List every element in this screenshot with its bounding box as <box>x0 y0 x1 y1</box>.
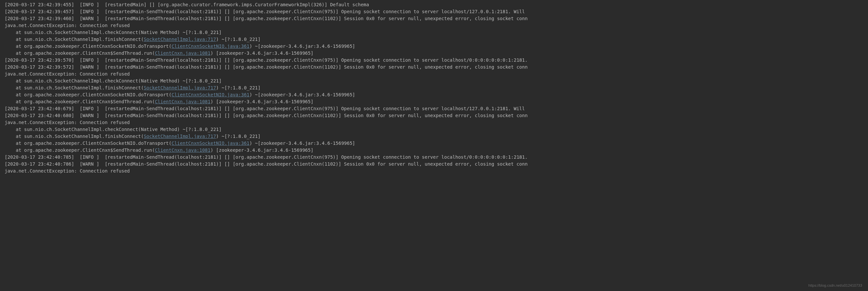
log-text: [2020-03-17 23:42:39:460] [WARN ] [resta… <box>5 16 528 21</box>
log-text: java.net.ConnectException: Connection re… <box>5 120 130 125</box>
source-link[interactable]: ClientCnxn.java:1081 <box>155 148 211 153</box>
log-text: at sun.nio.ch.SocketChannelImpl.finishCo… <box>5 85 144 90</box>
log-line[interactable]: at sun.nio.ch.SocketChannelImpl.finishCo… <box>5 36 863 43</box>
log-text: ) [zookeeper-3.4.6.jar:3.4.6-1569965] <box>211 99 313 104</box>
log-text: at org.apache.zookeeper.ClientCnxnSocket… <box>5 43 172 49</box>
log-line[interactable]: at sun.nio.ch.SocketChannelImpl.finishCo… <box>5 85 863 91</box>
log-line[interactable]: java.net.ConnectException: Connection re… <box>5 119 863 126</box>
log-text: [2020-03-17 23:42:39:572] [WARN ] [resta… <box>5 64 528 70</box>
log-text: [2020-03-17 23:42:40:680] [WARN ] [resta… <box>5 113 528 118</box>
source-link[interactable]: SocketChannelImpl.java:717 <box>144 134 216 139</box>
log-text: ) ~[?:1.8.0_221] <box>216 85 261 90</box>
log-line[interactable]: [2020-03-17 23:42:40:785] [INFO ] [resta… <box>5 154 863 161</box>
log-text: [2020-03-17 23:42:39:455] [INFO ] [resta… <box>5 2 369 7</box>
log-text: at org.apache.zookeeper.ClientCnxn$SendT… <box>5 148 155 153</box>
log-line[interactable]: java.net.ConnectException: Connection re… <box>5 168 863 174</box>
log-line[interactable]: [2020-03-17 23:42:40:679] [INFO ] [resta… <box>5 105 863 112</box>
log-line[interactable]: [2020-03-17 23:42:39:455] [INFO ] [resta… <box>5 1 863 8</box>
log-text: ) ~[zookeeper-3.4.6.jar:3.4.6-1569965] <box>249 92 355 97</box>
log-text: ) ~[?:1.8.0_221] <box>216 134 261 139</box>
source-link[interactable]: SocketChannelImpl.java:717 <box>144 37 216 42</box>
log-line[interactable]: java.net.ConnectException: Connection re… <box>5 22 863 29</box>
log-line[interactable]: at org.apache.zookeeper.ClientCnxn$SendT… <box>5 98 863 105</box>
log-line[interactable]: at org.apache.zookeeper.ClientCnxnSocket… <box>5 91 863 98</box>
log-line[interactable]: [2020-03-17 23:42:39:570] [INFO ] [resta… <box>5 57 863 64</box>
source-link[interactable]: SocketChannelImpl.java:717 <box>144 85 216 90</box>
log-text: ) ~[zookeeper-3.4.6.jar:3.4.6-1569965] <box>249 140 355 146</box>
log-text: [2020-03-17 23:42:40:785] [INFO ] [resta… <box>5 154 528 160</box>
log-line[interactable]: [2020-03-17 23:42:40:786] [WARN ] [resta… <box>5 161 863 168</box>
source-link[interactable]: ClientCnxnSocketNIO.java:361 <box>172 140 249 146</box>
log-text: at sun.nio.ch.SocketChannelImpl.checkCon… <box>5 127 221 132</box>
log-line[interactable]: at sun.nio.ch.SocketChannelImpl.checkCon… <box>5 77 863 85</box>
log-line[interactable]: at org.apache.zookeeper.ClientCnxn$SendT… <box>5 147 863 154</box>
log-line[interactable]: at org.apache.zookeeper.ClientCnxnSocket… <box>5 140 863 147</box>
log-line[interactable]: java.net.ConnectException: Connection re… <box>5 71 863 77</box>
log-text: ) [zookeeper-3.4.6.jar:3.4.6-1569965] <box>211 148 313 153</box>
log-text: at sun.nio.ch.SocketChannelImpl.finishCo… <box>5 134 144 139</box>
log-text: ) ~[?:1.8.0_221] <box>216 37 261 42</box>
log-line[interactable]: at sun.nio.ch.SocketChannelImpl.finishCo… <box>5 133 863 140</box>
source-link[interactable]: ClientCnxnSocketNIO.java:361 <box>172 92 249 97</box>
log-text: [2020-03-17 23:42:40:679] [INFO ] [resta… <box>5 106 528 111</box>
log-text: at org.apache.zookeeper.ClientCnxn$SendT… <box>5 51 155 56</box>
log-line[interactable]: at sun.nio.ch.SocketChannelImpl.checkCon… <box>5 29 863 36</box>
log-text: [2020-03-17 23:42:39:457] [INFO ] [resta… <box>5 9 528 14</box>
log-text: java.net.ConnectException: Connection re… <box>5 168 130 173</box>
source-link[interactable]: ClientCnxnSocketNIO.java:361 <box>172 43 249 49</box>
log-line[interactable]: [2020-03-17 23:42:39:460] [WARN ] [resta… <box>5 15 863 22</box>
log-output[interactable]: [2020-03-17 23:42:39:455] [INFO ] [resta… <box>5 1 863 174</box>
log-text: at sun.nio.ch.SocketChannelImpl.finishCo… <box>5 37 144 42</box>
log-line[interactable]: [2020-03-17 23:42:39:572] [WARN ] [resta… <box>5 64 863 71</box>
log-text: java.net.ConnectException: Connection re… <box>5 71 130 76</box>
log-text: at org.apache.zookeeper.ClientCnxnSocket… <box>5 140 172 146</box>
log-text: ) ~[zookeeper-3.4.6.jar:3.4.6-1569965] <box>249 43 355 49</box>
log-text: at sun.nio.ch.SocketChannelImpl.checkCon… <box>5 30 221 35</box>
log-text: at sun.nio.ch.SocketChannelImpl.checkCon… <box>5 78 221 84</box>
log-text: at org.apache.zookeeper.ClientCnxnSocket… <box>5 92 172 97</box>
log-line[interactable]: [2020-03-17 23:42:40:680] [WARN ] [resta… <box>5 112 863 119</box>
log-line[interactable]: at sun.nio.ch.SocketChannelImpl.checkCon… <box>5 126 863 133</box>
log-text: at org.apache.zookeeper.ClientCnxn$SendT… <box>5 99 155 104</box>
source-link[interactable]: ClientCnxn.java:1081 <box>155 51 211 56</box>
log-line[interactable]: at org.apache.zookeeper.ClientCnxn$SendT… <box>5 50 863 57</box>
log-text: java.net.ConnectException: Connection re… <box>5 23 130 28</box>
log-text: [2020-03-17 23:42:40:786] [WARN ] [resta… <box>5 161 528 167</box>
log-line[interactable]: at org.apache.zookeeper.ClientCnxnSocket… <box>5 43 863 50</box>
log-text: ) [zookeeper-3.4.6.jar:3.4.6-1569965] <box>211 51 313 56</box>
log-line[interactable]: [2020-03-17 23:42:39:457] [INFO ] [resta… <box>5 8 863 15</box>
watermark-text: https://blog.csdn.net/u012410733 <box>808 282 862 289</box>
source-link[interactable]: ClientCnxn.java:1081 <box>155 99 211 104</box>
log-text: [2020-03-17 23:42:39:570] [INFO ] [resta… <box>5 57 528 63</box>
